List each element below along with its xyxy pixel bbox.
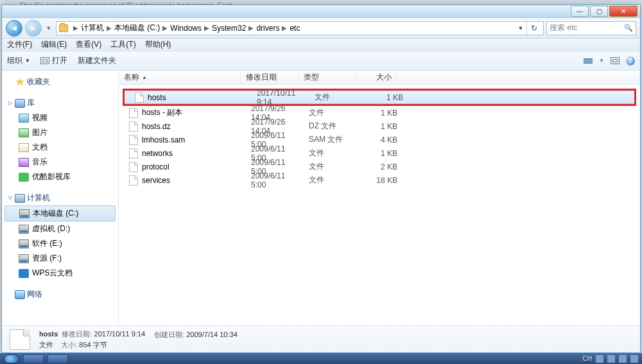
menu-edit[interactable]: 编辑(E) (41, 39, 67, 50)
file-row[interactable]: lmhosts.sam2009/6/11 5:00SAM 文件4 KB (119, 133, 640, 146)
chevron-right-icon[interactable]: ▶ (204, 24, 209, 31)
crumb[interactable]: 本地磁盘 (C:) (114, 22, 160, 33)
back-button[interactable]: ◄ (6, 20, 22, 37)
address-dropdown-icon[interactable]: ▼ (515, 22, 526, 35)
search-placeholder: 搜索 etc (550, 22, 577, 33)
sidebar-item-music[interactable]: 音乐 (2, 155, 118, 169)
file-icon (129, 148, 138, 159)
file-icon (129, 175, 138, 186)
disk-icon (19, 209, 30, 218)
file-icon (10, 329, 30, 350)
disk-icon (19, 225, 29, 234)
file-icon (129, 121, 138, 132)
col-size[interactable]: 大小 (356, 71, 397, 84)
menu-view[interactable]: 查看(V) (76, 39, 101, 50)
sidebar-favorites[interactable]: 收藏夹 (2, 74, 118, 89)
music-icon (19, 158, 29, 167)
file-list[interactable]: hosts2017/10/11 9:14文件1 KBhosts - 副本2017… (119, 85, 640, 325)
wps-icon (19, 269, 29, 278)
search-input[interactable]: 搜索 etc 🔍 (546, 21, 636, 35)
sidebar-item-drive-e[interactable]: 软件 (E:) (2, 236, 118, 251)
new-folder-button[interactable]: 新建文件夹 (78, 55, 116, 66)
system-tray[interactable]: CH (583, 355, 638, 363)
menu-help[interactable]: 帮助(H) (145, 39, 171, 50)
search-icon: 🔍 (624, 24, 633, 32)
crumb[interactable]: System32 (212, 24, 246, 33)
crumb[interactable]: etc (290, 24, 300, 33)
sidebar-item-pictures[interactable]: 图片 (2, 125, 118, 140)
menu-tools[interactable]: 工具(T) (110, 39, 135, 50)
open-button[interactable]: 打开 (40, 55, 67, 66)
sidebar-item-documents[interactable]: 文档 (2, 140, 118, 155)
address-bar[interactable]: ▶ 计算机 ▶ 本地磁盘 (C:) ▶ Windows ▶ System32 ▶… (56, 21, 544, 35)
organize-button[interactable]: 组织▼ (7, 55, 30, 66)
tray-icon[interactable] (596, 355, 603, 363)
sidebar-network[interactable]: 网络 (2, 287, 118, 302)
help-icon[interactable]: ? (626, 56, 635, 65)
sidebar-item-drive-c[interactable]: 本地磁盘 (C:) (4, 205, 116, 221)
file-icon (129, 108, 138, 118)
maximize-button[interactable]: ▢ (590, 6, 608, 17)
taskbar-app[interactable] (48, 354, 68, 363)
file-list-pane: 名称▲ 修改日期 类型 大小 hosts2017/10/11 9:14文件1 K… (119, 71, 640, 325)
sidebar-libraries[interactable]: ▷ 库 (2, 96, 118, 110)
start-button[interactable] (4, 354, 19, 363)
tray-icon[interactable] (630, 355, 638, 363)
file-icon (129, 135, 138, 145)
open-icon (40, 57, 49, 64)
col-name[interactable]: 名称▲ (119, 71, 241, 84)
file-row[interactable]: hosts.dz2017/9/26 14:04DZ 文件1 KB (119, 119, 640, 133)
chevron-right-icon[interactable]: ▶ (248, 24, 254, 31)
close-button[interactable]: ✕ (609, 6, 638, 17)
forward-button[interactable]: ► (25, 20, 42, 37)
sidebar-item-drive-d[interactable]: 虚拟机 (D:) (2, 221, 118, 236)
highlight-annotation: hosts2017/10/11 9:14文件1 KB (123, 89, 636, 106)
history-chevron-icon[interactable]: ▼ (44, 20, 53, 37)
tray-icon[interactable] (607, 355, 615, 363)
view-chevron-icon[interactable]: ▼ (599, 58, 604, 64)
view-options-icon[interactable] (584, 58, 593, 64)
minimize-button[interactable]: — (571, 6, 589, 17)
tray-icon[interactable] (619, 355, 627, 363)
taskbar[interactable]: CH (0, 353, 642, 364)
titlebar[interactable]: — ▢ ✕ (2, 5, 640, 18)
sidebar: 收藏夹 ▷ 库 视频 图片 文档 音乐 优酷影视库 ▽ 计算机 (2, 71, 119, 325)
file-row[interactable]: hosts - 副本2017/9/26 14:04文件1 KB (119, 106, 640, 119)
sidebar-item-video[interactable]: 视频 (2, 110, 118, 125)
file-row[interactable]: networks2009/6/11 5:00文件1 KB (119, 146, 640, 160)
chevron-right-icon[interactable]: ▶ (282, 24, 287, 31)
taskbar-app[interactable] (23, 354, 44, 363)
file-row[interactable]: protocol2009/6/11 5:00文件2 KB (119, 160, 640, 173)
sidebar-item-wps[interactable]: WPS云文档 (2, 266, 118, 281)
chevron-right-icon[interactable]: ▶ (107, 24, 112, 31)
disk-icon (19, 239, 29, 248)
preview-pane-icon[interactable] (611, 57, 620, 64)
file-icon (135, 92, 144, 103)
col-date[interactable]: 修改日期 (241, 71, 299, 84)
documents-icon (19, 143, 29, 152)
sidebar-computer[interactable]: ▽ 计算机 (2, 191, 118, 205)
crumb[interactable]: Windows (170, 24, 202, 33)
sidebar-item-drive-f[interactable]: 资源 (F:) (2, 251, 118, 266)
star-icon (15, 78, 25, 87)
chevron-right-icon[interactable]: ▶ (73, 24, 78, 31)
details-filename: hosts (39, 330, 58, 338)
menu-file[interactable]: 文件(F) (7, 39, 32, 50)
computer-icon (15, 194, 25, 203)
crumb[interactable]: drivers (256, 24, 279, 33)
file-row[interactable]: services2009/6/11 5:00文件18 KB (119, 173, 640, 187)
col-type[interactable]: 类型 (299, 71, 356, 84)
ime-indicator[interactable]: CH (583, 355, 592, 362)
video-icon (19, 114, 29, 123)
collapse-icon: ▷ (8, 100, 15, 106)
refresh-icon[interactable]: ↻ (526, 22, 541, 35)
sidebar-item-youku[interactable]: 优酷影视库 (2, 169, 118, 184)
file-row[interactable]: hosts2017/10/11 9:14文件1 KB (125, 91, 634, 104)
column-headers: 名称▲ 修改日期 类型 大小 (119, 71, 640, 85)
details-filetype: 文件 (39, 341, 53, 349)
file-icon (129, 162, 138, 172)
crumb[interactable]: 计算机 (81, 22, 104, 33)
pictures-icon (19, 128, 29, 137)
chevron-right-icon[interactable]: ▶ (162, 24, 168, 31)
library-icon (15, 99, 25, 108)
